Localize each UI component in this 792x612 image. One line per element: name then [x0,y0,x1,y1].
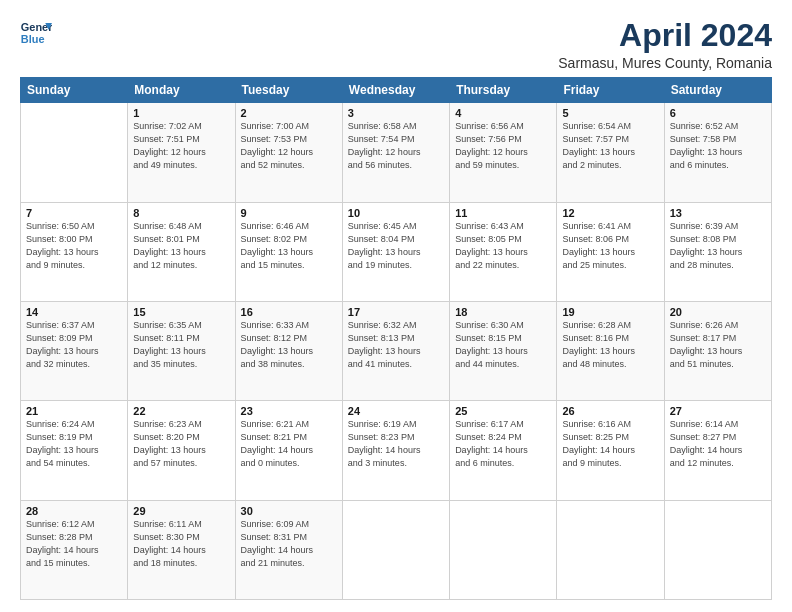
week-row-4: 21Sunrise: 6:24 AM Sunset: 8:19 PM Dayli… [21,401,772,500]
day-cell: 17Sunrise: 6:32 AM Sunset: 8:13 PM Dayli… [342,301,449,400]
week-row-3: 14Sunrise: 6:37 AM Sunset: 8:09 PM Dayli… [21,301,772,400]
day-detail: Sunrise: 6:52 AM Sunset: 7:58 PM Dayligh… [670,120,766,172]
header-thursday: Thursday [450,78,557,103]
day-number: 4 [455,107,551,119]
day-number: 7 [26,207,122,219]
day-number: 24 [348,405,444,417]
day-number: 26 [562,405,658,417]
header-monday: Monday [128,78,235,103]
day-detail: Sunrise: 6:46 AM Sunset: 8:02 PM Dayligh… [241,220,337,272]
day-number: 15 [133,306,229,318]
day-number: 16 [241,306,337,318]
day-detail: Sunrise: 6:50 AM Sunset: 8:00 PM Dayligh… [26,220,122,272]
day-cell: 7Sunrise: 6:50 AM Sunset: 8:00 PM Daylig… [21,202,128,301]
day-number: 25 [455,405,551,417]
day-number: 5 [562,107,658,119]
day-cell: 8Sunrise: 6:48 AM Sunset: 8:01 PM Daylig… [128,202,235,301]
day-number: 11 [455,207,551,219]
day-detail: Sunrise: 6:21 AM Sunset: 8:21 PM Dayligh… [241,418,337,470]
day-cell: 19Sunrise: 6:28 AM Sunset: 8:16 PM Dayli… [557,301,664,400]
day-cell: 30Sunrise: 6:09 AM Sunset: 8:31 PM Dayli… [235,500,342,599]
day-number: 10 [348,207,444,219]
day-number: 20 [670,306,766,318]
day-cell: 24Sunrise: 6:19 AM Sunset: 8:23 PM Dayli… [342,401,449,500]
header-friday: Friday [557,78,664,103]
header-wednesday: Wednesday [342,78,449,103]
header-sunday: Sunday [21,78,128,103]
day-detail: Sunrise: 6:28 AM Sunset: 8:16 PM Dayligh… [562,319,658,371]
day-detail: Sunrise: 6:24 AM Sunset: 8:19 PM Dayligh… [26,418,122,470]
day-detail: Sunrise: 6:45 AM Sunset: 8:04 PM Dayligh… [348,220,444,272]
day-cell: 16Sunrise: 6:33 AM Sunset: 8:12 PM Dayli… [235,301,342,400]
day-number: 27 [670,405,766,417]
logo-icon: General Blue [20,18,52,50]
calendar-table: Sunday Monday Tuesday Wednesday Thursday… [20,77,772,600]
day-cell: 4Sunrise: 6:56 AM Sunset: 7:56 PM Daylig… [450,103,557,202]
header: General Blue April 2024 Sarmasu, Mures C… [20,18,772,71]
day-detail: Sunrise: 6:16 AM Sunset: 8:25 PM Dayligh… [562,418,658,470]
header-tuesday: Tuesday [235,78,342,103]
day-cell: 6Sunrise: 6:52 AM Sunset: 7:58 PM Daylig… [664,103,771,202]
day-detail: Sunrise: 6:39 AM Sunset: 8:08 PM Dayligh… [670,220,766,272]
day-cell: 28Sunrise: 6:12 AM Sunset: 8:28 PM Dayli… [21,500,128,599]
day-cell [450,500,557,599]
day-cell [557,500,664,599]
svg-text:Blue: Blue [21,33,45,45]
day-cell: 29Sunrise: 6:11 AM Sunset: 8:30 PM Dayli… [128,500,235,599]
day-cell [21,103,128,202]
calendar-header: Sunday Monday Tuesday Wednesday Thursday… [21,78,772,103]
day-detail: Sunrise: 6:56 AM Sunset: 7:56 PM Dayligh… [455,120,551,172]
day-cell: 11Sunrise: 6:43 AM Sunset: 8:05 PM Dayli… [450,202,557,301]
page: General Blue April 2024 Sarmasu, Mures C… [0,0,792,612]
week-row-5: 28Sunrise: 6:12 AM Sunset: 8:28 PM Dayli… [21,500,772,599]
day-number: 22 [133,405,229,417]
day-cell: 5Sunrise: 6:54 AM Sunset: 7:57 PM Daylig… [557,103,664,202]
day-detail: Sunrise: 6:26 AM Sunset: 8:17 PM Dayligh… [670,319,766,371]
month-title: April 2024 [558,18,772,53]
logo: General Blue [20,18,52,50]
day-cell [664,500,771,599]
day-cell: 22Sunrise: 6:23 AM Sunset: 8:20 PM Dayli… [128,401,235,500]
week-row-2: 7Sunrise: 6:50 AM Sunset: 8:00 PM Daylig… [21,202,772,301]
day-detail: Sunrise: 6:19 AM Sunset: 8:23 PM Dayligh… [348,418,444,470]
day-detail: Sunrise: 6:35 AM Sunset: 8:11 PM Dayligh… [133,319,229,371]
day-cell: 21Sunrise: 6:24 AM Sunset: 8:19 PM Dayli… [21,401,128,500]
day-cell: 18Sunrise: 6:30 AM Sunset: 8:15 PM Dayli… [450,301,557,400]
day-cell: 26Sunrise: 6:16 AM Sunset: 8:25 PM Dayli… [557,401,664,500]
calendar-body: 1Sunrise: 7:02 AM Sunset: 7:51 PM Daylig… [21,103,772,600]
day-number: 28 [26,505,122,517]
day-cell: 25Sunrise: 6:17 AM Sunset: 8:24 PM Dayli… [450,401,557,500]
day-cell: 10Sunrise: 6:45 AM Sunset: 8:04 PM Dayli… [342,202,449,301]
day-detail: Sunrise: 6:54 AM Sunset: 7:57 PM Dayligh… [562,120,658,172]
day-detail: Sunrise: 7:02 AM Sunset: 7:51 PM Dayligh… [133,120,229,172]
day-cell: 9Sunrise: 6:46 AM Sunset: 8:02 PM Daylig… [235,202,342,301]
day-detail: Sunrise: 6:12 AM Sunset: 8:28 PM Dayligh… [26,518,122,570]
day-number: 6 [670,107,766,119]
day-detail: Sunrise: 6:09 AM Sunset: 8:31 PM Dayligh… [241,518,337,570]
day-number: 23 [241,405,337,417]
header-saturday: Saturday [664,78,771,103]
day-number: 12 [562,207,658,219]
day-number: 8 [133,207,229,219]
day-number: 21 [26,405,122,417]
day-detail: Sunrise: 6:48 AM Sunset: 8:01 PM Dayligh… [133,220,229,272]
day-cell: 12Sunrise: 6:41 AM Sunset: 8:06 PM Dayli… [557,202,664,301]
day-number: 3 [348,107,444,119]
day-number: 1 [133,107,229,119]
day-detail: Sunrise: 6:14 AM Sunset: 8:27 PM Dayligh… [670,418,766,470]
day-detail: Sunrise: 6:23 AM Sunset: 8:20 PM Dayligh… [133,418,229,470]
day-number: 29 [133,505,229,517]
week-row-1: 1Sunrise: 7:02 AM Sunset: 7:51 PM Daylig… [21,103,772,202]
day-detail: Sunrise: 6:30 AM Sunset: 8:15 PM Dayligh… [455,319,551,371]
day-detail: Sunrise: 6:58 AM Sunset: 7:54 PM Dayligh… [348,120,444,172]
day-number: 13 [670,207,766,219]
day-cell [342,500,449,599]
day-cell: 1Sunrise: 7:02 AM Sunset: 7:51 PM Daylig… [128,103,235,202]
day-detail: Sunrise: 6:17 AM Sunset: 8:24 PM Dayligh… [455,418,551,470]
title-block: April 2024 Sarmasu, Mures County, Romani… [558,18,772,71]
day-number: 18 [455,306,551,318]
day-detail: Sunrise: 6:37 AM Sunset: 8:09 PM Dayligh… [26,319,122,371]
day-detail: Sunrise: 6:33 AM Sunset: 8:12 PM Dayligh… [241,319,337,371]
day-detail: Sunrise: 6:41 AM Sunset: 8:06 PM Dayligh… [562,220,658,272]
day-number: 14 [26,306,122,318]
